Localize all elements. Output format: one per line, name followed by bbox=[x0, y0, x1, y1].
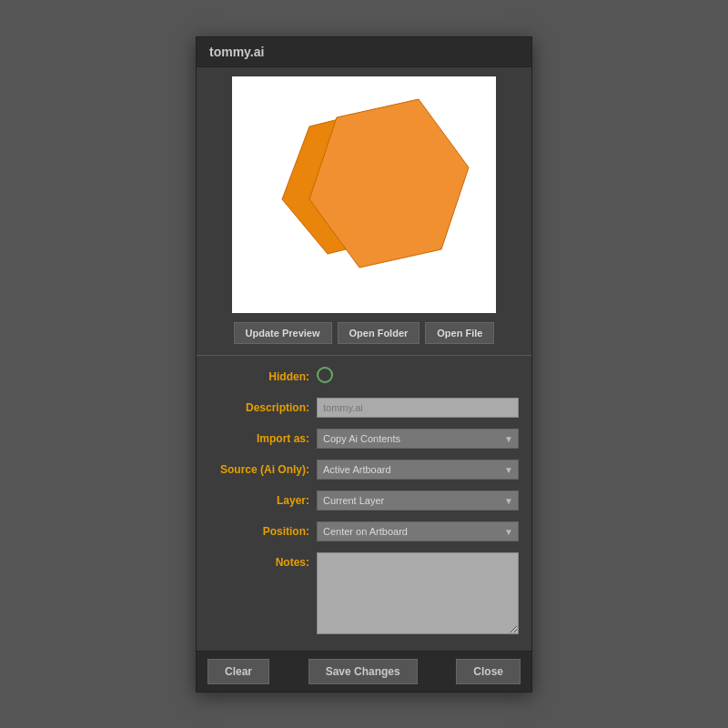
preview-svg bbox=[237, 81, 491, 308]
hidden-control bbox=[317, 367, 519, 387]
open-folder-button[interactable]: Open Folder bbox=[338, 322, 420, 344]
divider-1 bbox=[197, 355, 531, 356]
hidden-toggle[interactable] bbox=[317, 367, 333, 383]
source-row: Source (Ai Only): Active Artboard All Ar… bbox=[197, 454, 531, 485]
preview-area bbox=[232, 76, 496, 313]
hidden-label: Hidden: bbox=[209, 370, 309, 383]
update-preview-button[interactable]: Update Preview bbox=[234, 322, 332, 344]
notes-control bbox=[317, 552, 519, 638]
save-changes-button[interactable]: Save Changes bbox=[308, 659, 418, 684]
position-label: Position: bbox=[209, 525, 309, 538]
close-button[interactable]: Close bbox=[456, 659, 521, 684]
panel-title: tommy.ai bbox=[197, 37, 531, 67]
source-control: Active Artboard All Artboards ▼ bbox=[317, 460, 519, 480]
hidden-row: Hidden: bbox=[197, 361, 531, 392]
preview-buttons: Update Preview Open Folder Open File bbox=[197, 322, 531, 344]
position-control: Center on Artboard Top Left Custom ▼ bbox=[317, 521, 519, 541]
notes-textarea[interactable] bbox=[317, 552, 519, 634]
source-label: Source (Ai Only): bbox=[209, 463, 309, 476]
layer-row: Layer: Current Layer New Layer ▼ bbox=[197, 485, 531, 516]
clear-button[interactable]: Clear bbox=[207, 659, 269, 684]
position-select[interactable]: Center on Artboard Top Left Custom bbox=[317, 521, 519, 541]
source-select[interactable]: Active Artboard All Artboards bbox=[317, 460, 519, 480]
description-row: Description: bbox=[197, 392, 531, 423]
description-input[interactable] bbox=[317, 398, 519, 418]
import-as-select[interactable]: Copy Ai Contents Place Linked Place Embe… bbox=[317, 429, 519, 449]
footer: Clear Save Changes Close bbox=[197, 651, 531, 692]
import-as-control: Copy Ai Contents Place Linked Place Embe… bbox=[317, 429, 519, 449]
layer-control: Current Layer New Layer ▼ bbox=[317, 490, 519, 511]
import-as-row: Import as: Copy Ai Contents Place Linked… bbox=[197, 423, 531, 454]
main-panel: tommy.ai Update Preview Open Folder Open… bbox=[196, 36, 532, 693]
layer-label: Layer: bbox=[209, 494, 309, 507]
import-as-label: Import as: bbox=[209, 432, 309, 445]
notes-label: Notes: bbox=[209, 556, 309, 569]
description-control bbox=[317, 398, 519, 418]
layer-select[interactable]: Current Layer New Layer bbox=[317, 490, 519, 511]
description-label: Description: bbox=[209, 401, 309, 414]
position-row: Position: Center on Artboard Top Left Cu… bbox=[197, 516, 531, 547]
notes-row: Notes: bbox=[197, 547, 531, 643]
open-file-button[interactable]: Open File bbox=[425, 322, 494, 344]
